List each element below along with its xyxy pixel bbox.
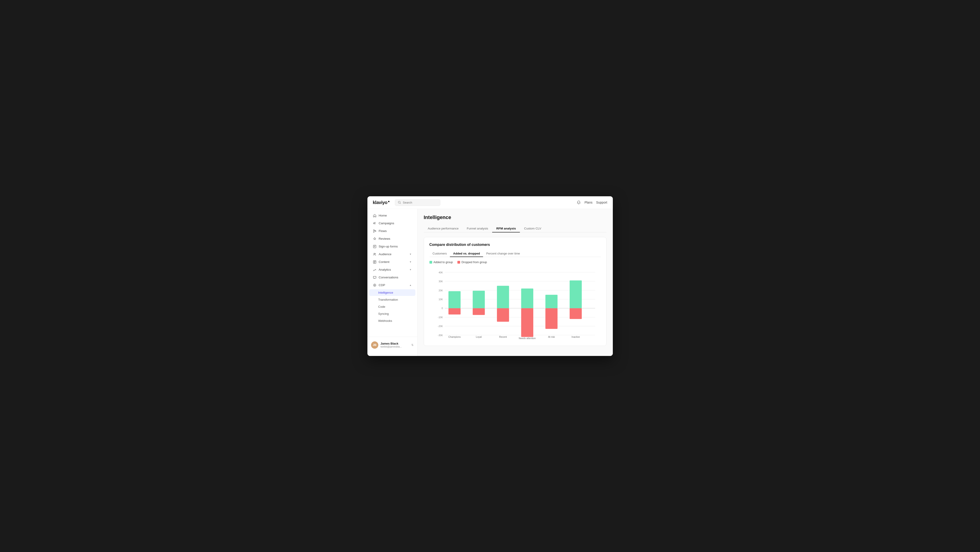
svg-text:-10K: -10K xyxy=(438,316,443,318)
bar-recent-dropped xyxy=(497,308,509,322)
chart-card-title: Compare distribution of customers xyxy=(430,242,601,247)
sidebar-item-reviews[interactable]: Reviews xyxy=(369,235,415,242)
tab-custom-clv[interactable]: Custom CLV xyxy=(520,225,545,233)
bar-needs-attention-added xyxy=(521,289,533,308)
sidebar-item-cdp[interactable]: CDP ▲ xyxy=(369,282,415,289)
page-title: Intelligence xyxy=(424,214,606,220)
bar-loyal-dropped xyxy=(473,308,485,315)
sidebar-item-signup-forms[interactable]: Sign-up forms xyxy=(369,243,415,250)
bar-champions-added xyxy=(448,291,460,308)
form-icon xyxy=(373,245,377,248)
legend-item-dropped: Dropped from group xyxy=(457,261,487,264)
bar-loyal-added xyxy=(473,291,485,308)
svg-text:20K: 20K xyxy=(439,289,443,292)
svg-text:10K: 10K xyxy=(439,298,443,301)
sidebar-item-flows[interactable]: Flows xyxy=(369,227,415,235)
megaphone-icon xyxy=(373,222,377,225)
svg-text:-30K: -30K xyxy=(438,333,443,337)
logo-mark xyxy=(388,201,390,202)
svg-text:Champions: Champions xyxy=(448,335,461,338)
svg-rect-5 xyxy=(373,245,376,248)
sidebar-item-audience[interactable]: Audience ▼ xyxy=(369,250,415,258)
bar-champions-dropped xyxy=(448,308,460,314)
svg-point-7 xyxy=(375,253,375,254)
flow-icon xyxy=(373,229,377,233)
user-name: James Black xyxy=(380,342,409,345)
bar-needs-attention-dropped xyxy=(521,308,533,337)
svg-text:30K: 30K xyxy=(439,280,443,283)
chart-svg: 40K 30K 20K 10K 0 -10K -20K -30K xyxy=(430,268,601,340)
sidebar-sub-item-code[interactable]: Code xyxy=(369,303,415,310)
sidebar-item-content[interactable]: Content ▼ xyxy=(369,258,415,266)
support-link[interactable]: Support xyxy=(596,201,607,204)
bar-recent-added xyxy=(497,286,509,308)
app-window: klaviyo Plans Support Home xyxy=(368,196,613,356)
tab-funnel-analysis[interactable]: Funnel analysis xyxy=(463,225,492,233)
audience-icon xyxy=(373,252,377,256)
chart-card: Compare distribution of customers Custom… xyxy=(424,237,606,346)
bar-at-risk-added xyxy=(545,295,557,308)
chart-area: 40K 30K 20K 10K 0 -10K -20K -30K xyxy=(430,268,601,340)
tab-rfm-analysis[interactable]: RFM analysis xyxy=(492,225,520,233)
main-content: Intelligence Audience performance Funnel… xyxy=(417,209,613,356)
user-chevron-icon: ⇅ xyxy=(411,343,414,347)
app-body: Home Campaigns Flows xyxy=(368,209,613,356)
bar-inactive-dropped xyxy=(570,308,582,319)
app-header: klaviyo Plans Support xyxy=(368,196,613,209)
star-icon xyxy=(373,237,377,241)
analytics-icon xyxy=(373,268,377,271)
search-input[interactable] xyxy=(403,201,438,204)
content-chevron-icon: ▼ xyxy=(409,261,412,263)
legend-dot-dropped xyxy=(457,261,460,263)
sidebar-sub-item-webhooks[interactable]: Webhooks xyxy=(369,317,415,324)
bar-at-risk-dropped xyxy=(545,308,557,329)
user-info[interactable]: JB James Black twebb@jamesbla... ⇅ xyxy=(369,340,415,351)
svg-text:Loyal: Loyal xyxy=(476,335,482,338)
sidebar-item-conversations[interactable]: Conversations xyxy=(369,274,415,281)
bar-inactive-added xyxy=(570,280,582,308)
analytics-chevron-icon: ▼ xyxy=(409,268,412,271)
plans-link[interactable]: Plans xyxy=(584,201,592,204)
legend-item-added: Added to group xyxy=(430,261,453,264)
home-icon xyxy=(373,214,377,217)
user-email: twebb@jamesbla... xyxy=(380,345,409,348)
sidebar-item-home[interactable]: Home xyxy=(369,212,415,219)
cdp-icon xyxy=(373,283,377,287)
svg-text:Recent: Recent xyxy=(499,335,507,338)
logo: klaviyo xyxy=(373,200,390,205)
sidebar-bottom: JB James Black twebb@jamesbla... ⇅ xyxy=(368,337,417,353)
chat-icon xyxy=(373,276,377,279)
sidebar-sub-item-intelligence[interactable]: Intelligence xyxy=(369,289,415,296)
svg-text:40K: 40K xyxy=(439,271,443,274)
avatar: JB xyxy=(371,341,378,349)
cdp-chevron-icon: ▲ xyxy=(409,284,412,286)
sidebar-sub-item-syncing[interactable]: Syncing xyxy=(369,311,415,317)
sidebar-item-campaigns[interactable]: Campaigns xyxy=(369,220,415,227)
chart-tab-added-vs-dropped[interactable]: Added vs. dropped xyxy=(450,250,483,257)
chart-tabs: Customers Added vs. dropped Percent chan… xyxy=(430,250,601,257)
svg-text:At risk: At risk xyxy=(548,335,555,338)
chart-legend: Added to group Dropped from group xyxy=(430,261,601,264)
svg-point-2 xyxy=(373,230,374,231)
svg-text:Needs attention: Needs attention xyxy=(519,337,536,339)
svg-point-4 xyxy=(373,231,374,233)
search-bar[interactable] xyxy=(395,199,440,206)
svg-text:-20K: -20K xyxy=(438,325,443,327)
audience-chevron-icon: ▼ xyxy=(409,253,412,255)
chart-tab-customers[interactable]: Customers xyxy=(430,250,450,257)
svg-line-1 xyxy=(400,203,401,204)
search-icon xyxy=(398,201,401,204)
chart-tab-percent-change[interactable]: Percent change over time xyxy=(483,250,523,257)
sidebar-item-analytics[interactable]: Analytics ▼ xyxy=(369,266,415,273)
svg-text:Inactive: Inactive xyxy=(571,335,580,338)
legend-dot-added xyxy=(430,261,432,263)
sidebar-sub-item-transformation[interactable]: Transformation xyxy=(369,296,415,303)
svg-point-6 xyxy=(374,253,375,254)
user-details: James Black twebb@jamesbla... xyxy=(380,342,409,348)
bell-icon[interactable] xyxy=(577,200,581,204)
sidebar: Home Campaigns Flows xyxy=(368,209,417,356)
page-tabs: Audience performance Funnel analysis RFM… xyxy=(424,225,606,233)
header-right: Plans Support xyxy=(577,200,607,204)
svg-text:0: 0 xyxy=(441,307,443,310)
tab-audience-performance[interactable]: Audience performance xyxy=(424,225,463,233)
